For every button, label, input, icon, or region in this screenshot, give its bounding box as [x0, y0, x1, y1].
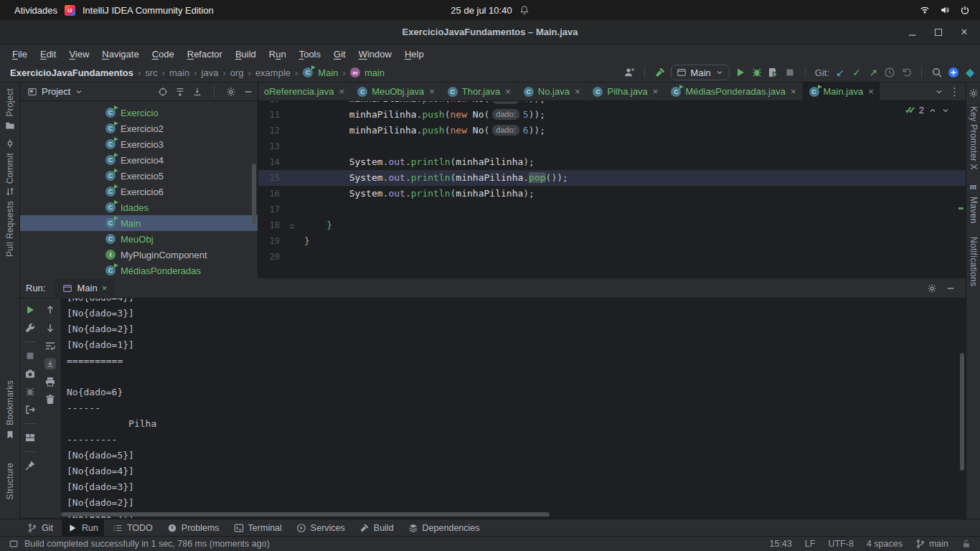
- git-commit-icon[interactable]: ✓: [851, 67, 862, 78]
- git-branch-widget[interactable]: main: [915, 539, 948, 549]
- menu-refactor[interactable]: Refactor: [181, 47, 229, 62]
- menu-run[interactable]: Run: [263, 47, 293, 62]
- editor-tab-oreferencia-java[interactable]: oReferencia.java×: [258, 83, 351, 101]
- stripe-key-promoter-x[interactable]: Key Promoter X: [966, 106, 980, 170]
- menu-build[interactable]: Build: [229, 47, 263, 62]
- tree-item-main[interactable]: CMain: [20, 215, 258, 231]
- minimize-icon[interactable]: [243, 87, 253, 97]
- gear-icon[interactable]: [927, 283, 937, 293]
- rerun-icon[interactable]: [24, 304, 36, 316]
- stripe-settings[interactable]: [966, 88, 980, 98]
- code-line[interactable]: 14 System.out.println(minhaPilinha);: [258, 154, 966, 170]
- stripe-pull-requests[interactable]: Pull Requests: [0, 187, 19, 257]
- toolwindow-button-todo[interactable]: TODO: [107, 519, 159, 537]
- menu-tools[interactable]: Tools: [293, 47, 327, 62]
- toolwindow-button-git[interactable]: Git: [22, 519, 59, 537]
- line-separator[interactable]: LF: [805, 539, 816, 549]
- run-coverage-icon[interactable]: [768, 67, 779, 78]
- chevron-down-icon[interactable]: [75, 88, 83, 96]
- code-line[interactable]: 16 System.out.println(minhaPilinha);: [258, 186, 966, 202]
- toolwindow-button-problems[interactable]: Problems: [161, 519, 225, 537]
- status-message[interactable]: Build completed successfully in 1 sec, 7…: [24, 539, 270, 549]
- focused-app-title[interactable]: IntelliJ IDEA Community Edition: [83, 5, 214, 16]
- git-rollback-icon[interactable]: [900, 67, 912, 78]
- console-vertical-scrollbar[interactable]: [960, 353, 964, 471]
- breadcrumb-item[interactable]: main: [169, 67, 189, 78]
- locate-icon[interactable]: [158, 87, 168, 97]
- prev-problem-chevron-up-icon[interactable]: [928, 106, 937, 115]
- close-tab-icon[interactable]: ×: [339, 86, 345, 97]
- stripe-notifications[interactable]: Notifications: [966, 237, 980, 286]
- run-console-tab[interactable]: Main ×: [55, 278, 114, 298]
- code-line[interactable]: 15 System.out.println(minhaPilinha.pop()…: [258, 170, 966, 186]
- toolwindow-button-run[interactable]: Run: [62, 519, 104, 537]
- layout-icon[interactable]: [24, 432, 36, 443]
- lock-icon[interactable]: [961, 539, 971, 549]
- close-run-tab-icon[interactable]: ×: [102, 283, 108, 293]
- tree-item-meuobj[interactable]: CMeuObj: [20, 231, 258, 247]
- breadcrumb-item[interactable]: src: [145, 67, 157, 78]
- trash-icon[interactable]: [44, 394, 56, 405]
- code-with-me-icon[interactable]: [948, 67, 959, 78]
- window-title-bar[interactable]: ExercicioJavaFundamentos – Main.java ×: [0, 20, 980, 44]
- tree-item-myplugincomponent[interactable]: IMyPluginComponent: [20, 247, 258, 263]
- code-line[interactable]: 20: [258, 249, 966, 265]
- arrow-up-icon[interactable]: [44, 304, 56, 316]
- menu-help[interactable]: Help: [398, 47, 430, 62]
- project-view-title[interactable]: Project: [42, 86, 70, 97]
- indent-style[interactable]: 4 spaces: [867, 539, 903, 549]
- editor-tab-m-diasponderadas-java[interactable]: CMédiasPonderadas.java×: [664, 83, 802, 101]
- close-tab-icon[interactable]: ×: [575, 86, 580, 97]
- next-problem-chevron-down-icon[interactable]: [941, 106, 950, 115]
- tree-item-exercicio[interactable]: CExercicio: [20, 105, 258, 121]
- system-tray[interactable]: [920, 5, 980, 15]
- menu-navigate[interactable]: Navigate: [95, 47, 145, 62]
- gear-icon[interactable]: [226, 87, 236, 97]
- code-line[interactable]: 12 minhaPilinha.push(new No(dado:6));: [258, 123, 966, 138]
- stripe-structure[interactable]: Structure: [0, 463, 19, 499]
- arrow-down-icon[interactable]: [44, 322, 56, 334]
- tree-item-idades[interactable]: CIdades: [20, 199, 258, 215]
- code-editor[interactable]: 10 minhaPilinha.push(new No(dado:4));11 …: [258, 101, 966, 265]
- scroll-to-end-icon[interactable]: [44, 358, 56, 369]
- breadcrumb-item[interactable]: org: [230, 67, 244, 78]
- git-update-icon[interactable]: ↙: [834, 67, 846, 78]
- close-tab-icon[interactable]: ×: [791, 86, 796, 97]
- code-line[interactable]: 13: [258, 138, 966, 154]
- code-line[interactable]: 11 minhaPilinha.push(new No(dado:5));: [258, 107, 966, 123]
- git-push-icon[interactable]: ↗: [867, 67, 879, 78]
- power-icon[interactable]: [960, 5, 970, 15]
- editor-tab-pilha-java[interactable]: CPilha.java×: [586, 83, 664, 101]
- build-hammer-icon[interactable]: [654, 67, 666, 78]
- volume-icon[interactable]: [940, 5, 950, 15]
- debug-icon[interactable]: [751, 67, 763, 78]
- file-encoding[interactable]: UTF-8: [828, 539, 853, 549]
- editor-tab-no-java[interactable]: CNo.java×: [517, 83, 587, 101]
- menu-window[interactable]: Window: [352, 47, 398, 62]
- search-icon[interactable]: [931, 67, 943, 78]
- menu-file[interactable]: File: [6, 47, 34, 62]
- user-icon[interactable]: [623, 67, 635, 78]
- stripe-bookmarks[interactable]: Bookmarks: [0, 380, 19, 440]
- pin-icon[interactable]: [24, 460, 36, 471]
- minimize-window-button[interactable]: [907, 27, 918, 38]
- settings-wrench-icon[interactable]: [24, 322, 36, 334]
- stop-icon[interactable]: [784, 67, 796, 78]
- plugin-icon[interactable]: [964, 67, 976, 78]
- printer-icon[interactable]: [44, 376, 56, 387]
- tab-options-kebab-icon[interactable]: ⋮: [949, 87, 960, 97]
- maximize-window-button[interactable]: [933, 27, 944, 38]
- close-tab-icon[interactable]: ×: [429, 86, 435, 97]
- editor-body[interactable]: 10 minhaPilinha.push(new No(dado:4));11 …: [258, 101, 966, 278]
- inspection-widget[interactable]: ✓✓ 2: [905, 105, 950, 116]
- code-line[interactable]: 17: [258, 202, 966, 217]
- stripe-commit[interactable]: Commit: [0, 138, 19, 184]
- breadcrumb-item[interactable]: java: [202, 67, 219, 78]
- menu-code[interactable]: Code: [146, 47, 181, 62]
- tree-item-exercicio2[interactable]: CExercicio2: [20, 121, 258, 136]
- toolwindow-button-dependencies[interactable]: Dependencies: [402, 519, 486, 537]
- close-tab-icon[interactable]: ×: [653, 86, 659, 97]
- stop-icon[interactable]: [24, 350, 36, 362]
- collapse-all-icon[interactable]: [192, 87, 202, 97]
- close-tab-icon[interactable]: ×: [868, 86, 874, 97]
